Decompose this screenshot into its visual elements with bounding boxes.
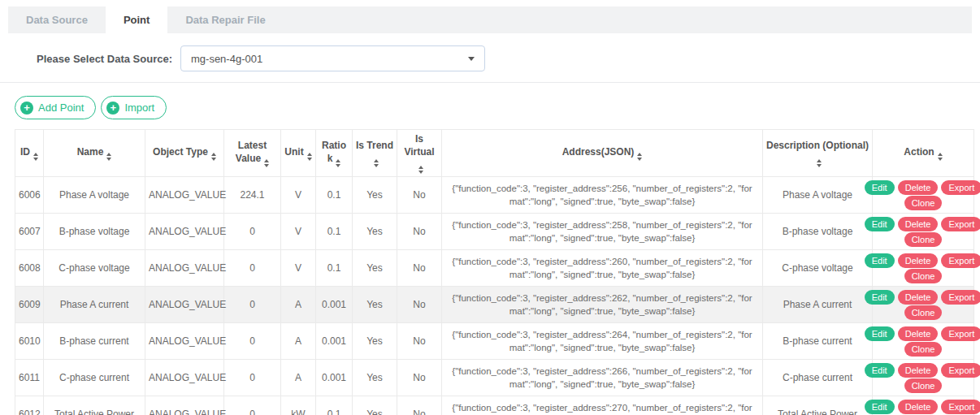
export-button[interactable]: Export xyxy=(941,253,980,268)
export-button[interactable]: Export xyxy=(941,217,980,231)
section-divider xyxy=(0,82,980,83)
import-label: Import xyxy=(124,102,154,114)
delete-button[interactable]: Delete xyxy=(898,290,939,305)
cell-name: B-phase voltage xyxy=(44,214,145,250)
cell-latest-value: 0 xyxy=(224,250,281,287)
column-header-ratio-k[interactable]: Ratio k xyxy=(316,130,353,177)
delete-button[interactable]: Delete xyxy=(898,400,939,414)
action-buttons-line2: Clone xyxy=(876,232,970,247)
column-header-description-optional[interactable]: Description (Optional) xyxy=(763,130,873,177)
delete-button[interactable]: Delete xyxy=(898,363,939,378)
column-header-is-virtual[interactable]: Is Virtual xyxy=(397,130,442,177)
column-header-is-trend[interactable]: Is Trend xyxy=(353,130,397,177)
column-header-name[interactable]: Name xyxy=(44,130,145,177)
cell-address-json: {"function_code":3, "register_address":2… xyxy=(442,177,763,214)
clone-button[interactable]: Clone xyxy=(904,269,943,283)
sort-icon xyxy=(33,153,38,161)
clone-button[interactable]: Clone xyxy=(904,378,943,393)
cell-unit: A xyxy=(281,323,316,360)
export-button[interactable]: Export xyxy=(941,180,980,195)
delete-button[interactable]: Delete xyxy=(898,180,939,195)
cell-id: 6006 xyxy=(15,177,44,214)
data-source-form-row: Please Select Data Source: mg-sen-4g-001 xyxy=(0,45,980,71)
tab-data-source[interactable]: Data Source xyxy=(8,6,106,33)
cell-object-type: ANALOG_VALUE xyxy=(145,287,224,323)
cell-latest-value: 0 xyxy=(224,287,281,323)
clone-button[interactable]: Clone xyxy=(904,232,943,247)
table-row: 6012 Total Active Power ANALOG_VALUE 0 k… xyxy=(15,396,974,415)
delete-button[interactable]: Delete xyxy=(898,326,939,341)
cell-object-type: ANALOG_VALUE xyxy=(145,214,224,250)
action-buttons-line2: Clone xyxy=(876,196,970,210)
cell-is-virtual: No xyxy=(397,177,442,214)
import-button[interactable]: + Import xyxy=(101,96,167,119)
edit-button[interactable]: Edit xyxy=(865,180,895,195)
cell-id: 6007 xyxy=(15,214,44,250)
cell-is-virtual: No xyxy=(397,287,442,323)
tab-data-repair-file[interactable]: Data Repair File xyxy=(167,6,283,33)
sort-icon xyxy=(211,153,216,161)
export-button[interactable]: Export xyxy=(941,326,980,341)
tab-point[interactable]: Point xyxy=(106,6,168,33)
cell-description: B-phase current xyxy=(763,323,873,360)
column-header-object-type[interactable]: Object Type xyxy=(145,130,224,177)
table-row: 6009 Phase A current ANALOG_VALUE 0 A 0.… xyxy=(15,287,974,323)
cell-action: EditDeleteExport Clone xyxy=(873,323,974,360)
column-header-id[interactable]: ID xyxy=(15,130,44,177)
edit-button[interactable]: Edit xyxy=(865,253,895,268)
cell-address-json: {"function_code":3, "register_address":2… xyxy=(442,323,763,360)
column-header-unit[interactable]: Unit xyxy=(281,130,316,177)
chevron-down-icon xyxy=(468,57,475,61)
cell-unit: V xyxy=(281,214,316,250)
edit-button[interactable]: Edit xyxy=(865,290,895,305)
cell-unit: V xyxy=(281,177,316,214)
cell-name: Phase A current xyxy=(44,287,145,323)
cell-ratio-k: 0.1 xyxy=(316,396,353,415)
clone-button[interactable]: Clone xyxy=(904,305,943,320)
column-header-latest-value[interactable]: Latest Value xyxy=(224,130,281,177)
data-source-select[interactable]: mg-sen-4g-001 xyxy=(180,45,485,71)
delete-button[interactable]: Delete xyxy=(898,253,939,268)
cell-address-json: {"function_code":3, "register_address":2… xyxy=(442,214,763,250)
export-button[interactable]: Export xyxy=(941,363,980,378)
cell-address-json: {"function_code":3, "register_address":2… xyxy=(442,287,763,323)
cell-is-trend: Yes xyxy=(353,287,397,323)
table-header-row: ID Name Object Type Latest Value Unit Ra… xyxy=(15,130,974,177)
cell-unit: kW xyxy=(281,396,316,415)
table-row: 6008 C-phase voltage ANALOG_VALUE 0 V 0.… xyxy=(15,250,974,287)
clone-button[interactable]: Clone xyxy=(904,342,943,357)
cell-is-trend: Yes xyxy=(353,360,397,396)
cell-object-type: ANALOG_VALUE xyxy=(145,250,224,287)
plus-icon: + xyxy=(20,102,33,115)
cell-unit: A xyxy=(281,360,316,396)
add-point-button[interactable]: + Add Point xyxy=(15,96,96,119)
action-buttons-line1: EditDeleteExport xyxy=(876,180,970,195)
column-header-action[interactable]: Action xyxy=(873,130,974,177)
cell-description: Phase A voltage xyxy=(763,177,873,214)
edit-button[interactable]: Edit xyxy=(865,326,895,341)
export-button[interactable]: Export xyxy=(941,290,980,305)
cell-is-virtual: No xyxy=(397,396,442,415)
cell-is-trend: Yes xyxy=(353,396,397,415)
cell-id: 6009 xyxy=(15,287,44,323)
clone-button[interactable]: Clone xyxy=(904,196,943,210)
sort-icon xyxy=(817,159,822,167)
delete-button[interactable]: Delete xyxy=(898,217,939,231)
table-row: 6007 B-phase voltage ANALOG_VALUE 0 V 0.… xyxy=(15,214,974,250)
edit-button[interactable]: Edit xyxy=(865,400,895,414)
cell-name: Total Active Power xyxy=(44,396,145,415)
cell-ratio-k: 0.1 xyxy=(316,177,353,214)
cell-ratio-k: 0.1 xyxy=(316,214,353,250)
cell-object-type: ANALOG_VALUE xyxy=(145,396,224,415)
column-header-address-json[interactable]: Address(JSON) xyxy=(442,130,763,177)
cell-description: C-phase current xyxy=(763,360,873,396)
cell-latest-value: 0 xyxy=(224,396,281,415)
cell-is-trend: Yes xyxy=(353,177,397,214)
tab-bar: Data SourcePointData Repair File xyxy=(8,6,972,33)
cell-unit: A xyxy=(281,287,316,323)
export-button[interactable]: Export xyxy=(941,400,980,414)
edit-button[interactable]: Edit xyxy=(865,217,895,231)
sort-icon xyxy=(106,153,111,161)
edit-button[interactable]: Edit xyxy=(865,363,895,378)
sort-icon xyxy=(938,153,943,161)
